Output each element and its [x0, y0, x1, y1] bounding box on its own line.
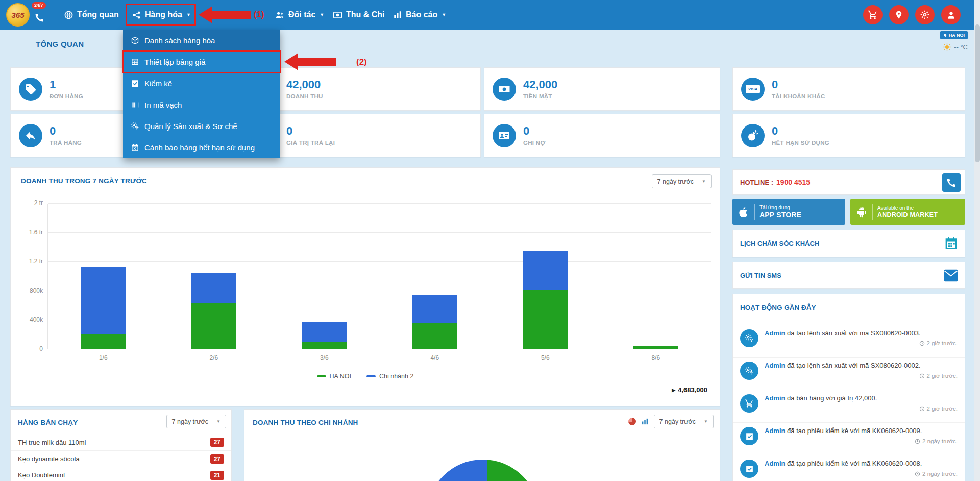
- check-icon: [130, 79, 139, 88]
- revenue-range-select[interactable]: 7 ngày trước ▼: [652, 174, 712, 188]
- activity-item: Admin đã tạo lệnh sản xuất với mã SX0806…: [733, 325, 965, 358]
- revenue-plot: 0400k800k1.2 tr1.6 tr2 tr1/62/63/64/65/6…: [47, 204, 711, 349]
- goods-menu-item-2[interactable]: Kiểm kê: [123, 72, 280, 94]
- settings-button[interactable]: [915, 5, 935, 24]
- temperature-label: -- °C: [954, 43, 968, 51]
- bar-group-1/6[interactable]: [81, 267, 126, 349]
- nav-goods[interactable]: Hàng hóa ▼: [132, 0, 191, 30]
- stat-card-cash: 42,000TIỀN MẶT: [484, 67, 720, 111]
- id-card-icon: [493, 124, 516, 147]
- bar-group-4/6[interactable]: [412, 295, 457, 349]
- activity-user-link[interactable]: Admin: [765, 362, 785, 369]
- stat-card-other-accounts: VISA 0TÀI KHOẢN KHÁC: [732, 67, 965, 111]
- bar-segment-HA NOI[interactable]: [412, 323, 457, 349]
- bar-segment-Chi nhánh 2[interactable]: [412, 295, 457, 323]
- menu-item-label: Danh sách hàng hóa: [144, 36, 215, 45]
- activity-panel: HOẠT ĐỘNG GẦN ĐÂY Admin đã tạo lệnh sản …: [732, 294, 965, 481]
- sms-panel[interactable]: GỬI TIN SMS: [732, 262, 965, 289]
- activity-text: Admin đã tạo lệnh sản xuất với mã SX0806…: [765, 362, 958, 369]
- nav-reports[interactable]: Báo cáo ▼: [393, 0, 446, 30]
- scrollbar-thumb[interactable]: [975, 24, 980, 162]
- bar-group-5/6[interactable]: [523, 251, 568, 349]
- nav-partners[interactable]: Đối tác ▼: [275, 0, 324, 30]
- activity-user-link[interactable]: Admin: [765, 460, 785, 467]
- goods-menu: Danh sách hàng hóaThiết lập bảng giáKiểm…: [123, 30, 280, 158]
- bar-group-3/6[interactable]: [302, 322, 347, 349]
- y-tick-label: 2 tr: [15, 199, 43, 207]
- goods-menu-item-1[interactable]: Thiết lập bảng giá: [123, 51, 280, 72]
- nav-overview[interactable]: Tổng quan: [64, 0, 119, 30]
- gridline: [48, 320, 711, 320]
- top-products-range-value: 7 ngày trước: [172, 418, 208, 425]
- activity-user-link[interactable]: Admin: [765, 329, 785, 337]
- bar-segment-HA NOI[interactable]: [523, 290, 568, 349]
- revenue-range-value: 7 ngày trước: [657, 178, 694, 185]
- activity-item: Admin đã tạo phiếu kiểm kê với mã KK0606…: [733, 455, 965, 481]
- bar-chart-icon[interactable]: [641, 418, 649, 425]
- bar-segment-Chi nhánh 2[interactable]: [191, 273, 236, 303]
- care-schedule-panel[interactable]: LỊCH CHĂM SÓC KHÁCH: [732, 230, 965, 257]
- nav-goods-label: Hàng hóa: [145, 10, 182, 19]
- top-product-row[interactable]: TH true milk dâu 110ml27: [11, 434, 231, 450]
- sms-title: GỬI TIN SMS: [740, 271, 781, 279]
- y-tick-label: 1.2 tr: [15, 258, 43, 265]
- branch-range-select[interactable]: 7 ngày trước ▼: [654, 415, 714, 428]
- pie-chart-icon[interactable]: [628, 418, 636, 425]
- hotline-call-button[interactable]: [942, 173, 961, 192]
- weather: -- °C: [943, 43, 968, 52]
- stat-label: HẾT HẠN SỬ DỤNG: [772, 140, 829, 146]
- x-tick-label: 8/6: [651, 354, 660, 361]
- transfer-icon[interactable]: ⇄: [204, 8, 213, 20]
- barcode-icon: [130, 100, 139, 109]
- stat-value: 42,000: [523, 79, 557, 91]
- branch-pie-chart[interactable]: [427, 460, 539, 481]
- goods-menu-item-5[interactable]: Cảnh báo hàng hết hạn sử dụng: [123, 137, 280, 158]
- activity-user-link[interactable]: Admin: [765, 427, 785, 435]
- goods-menu-item-3[interactable]: In mã vạch: [123, 94, 280, 115]
- goods-menu-item-0[interactable]: Danh sách hàng hóa: [123, 30, 280, 51]
- return-icon: [19, 124, 42, 147]
- bar-group-2/6[interactable]: [191, 273, 236, 349]
- top-product-row[interactable]: Kẹo dynamite sôcola27: [11, 450, 231, 467]
- bar-segment-HA NOI[interactable]: [302, 342, 347, 349]
- location-button[interactable]: [889, 5, 909, 24]
- calendar-icon[interactable]: [944, 236, 959, 251]
- top-product-row[interactable]: Kẹo Doublemint21: [11, 467, 231, 481]
- app-store-button[interactable]: Tải ứng dụng APP STORE: [732, 199, 845, 225]
- nav-cash[interactable]: Thu & Chi: [333, 0, 385, 30]
- bar-segment-HA NOI[interactable]: [633, 346, 678, 349]
- y-tick-label: 1.6 tr: [15, 229, 43, 236]
- stat-card-expired: 0HẾT HẠN SỬ DỤNG: [732, 114, 965, 157]
- bar-segment-Chi nhánh 2[interactable]: [81, 267, 126, 333]
- android-market-button[interactable]: Available on the ANDROID MARKET: [850, 199, 965, 225]
- phone-icon[interactable]: [35, 13, 44, 22]
- bar-segment-HA NOI[interactable]: [81, 334, 126, 349]
- support-24-7-badge: 24/7: [32, 2, 46, 9]
- goods-menu-item-4[interactable]: Quản lý Sản xuất & Sơ chế: [123, 115, 280, 137]
- menu-item-label: Kiểm kê: [144, 79, 172, 88]
- activity-time: 2 giờ trước.: [765, 373, 958, 379]
- bar-group-8/6[interactable]: [633, 346, 678, 349]
- legend-item-HA NOI[interactable]: HA NOI: [317, 373, 351, 380]
- top-products-range-select[interactable]: 7 ngày trước ▼: [166, 415, 226, 428]
- bar-segment-Chi nhánh 2[interactable]: [523, 251, 568, 289]
- activity-user-link[interactable]: Admin: [765, 394, 785, 402]
- account-button[interactable]: [941, 5, 961, 24]
- x-tick-label: 2/6: [209, 354, 218, 361]
- stat-card-return-value: 0GIÁ TRỊ TRẢ LẠI: [247, 114, 481, 157]
- bar-segment-Chi nhánh 2[interactable]: [302, 322, 347, 342]
- legend-item-Chi nhánh 2[interactable]: Chi nhánh 2: [366, 373, 413, 380]
- bar-segment-HA NOI[interactable]: [191, 303, 236, 349]
- menu-item-label: Quản lý Sản xuất & Sơ chế: [144, 122, 237, 131]
- cart-button[interactable]: [863, 5, 883, 24]
- product-count-badge: 27: [210, 454, 224, 464]
- revenue-panel-title: DOANH THU TRONG 7 NGÀY TRƯỚC: [21, 177, 147, 185]
- envelope-icon[interactable]: [943, 269, 959, 282]
- clock-icon: [915, 471, 920, 477]
- scrollbar[interactable]: [974, 0, 980, 481]
- product-name: Kẹo dynamite sôcola: [18, 455, 80, 463]
- revenue-total-value: 4,683,000: [678, 386, 707, 394]
- activity-text: Admin đã tạo phiếu kiểm kê với mã KK0606…: [765, 460, 958, 467]
- partners-icon: [275, 10, 285, 20]
- app-logo[interactable]: 365: [6, 3, 30, 27]
